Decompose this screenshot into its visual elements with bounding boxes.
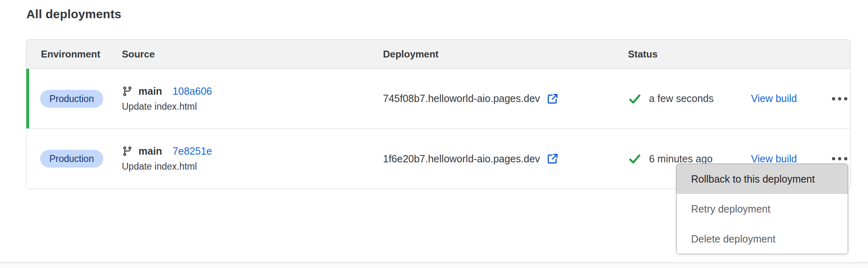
menu-item-rollback[interactable]: Rollback to this deployment xyxy=(677,164,848,194)
external-link-icon[interactable] xyxy=(547,93,559,105)
deployment-context-menu: Rollback to this deployment Retry deploy… xyxy=(676,164,848,254)
view-build-cell: View build xyxy=(751,93,828,104)
view-build-link[interactable]: View build xyxy=(751,153,797,164)
environment-cell: Production xyxy=(26,150,122,168)
view-build-link[interactable]: View build xyxy=(751,93,797,104)
column-header-status: Status xyxy=(628,49,850,60)
deployment-cell: 1f6e20b7.helloworld-aio.pages.dev xyxy=(383,153,628,165)
status-time: 6 minutes ago xyxy=(649,153,713,165)
section-divider xyxy=(0,262,868,268)
git-branch-icon xyxy=(122,146,133,157)
deployment-cell: 745f08b7.helloworld-aio.pages.dev xyxy=(383,93,628,105)
check-icon xyxy=(628,152,642,166)
view-build-cell: View build xyxy=(751,153,828,165)
environment-badge: Production xyxy=(40,90,103,108)
deployment-url: 1f6e20b7.helloworld-aio.pages.dev xyxy=(383,153,540,165)
deployment-url: 745f08b7.helloworld-aio.pages.dev xyxy=(383,93,540,104)
column-header-source: Source xyxy=(122,49,383,60)
status-time: a few seconds xyxy=(649,93,714,104)
page-title: All deployments xyxy=(26,7,121,21)
source-cell: main 7e8251e Update index.html xyxy=(122,145,383,172)
row-menu-cell xyxy=(828,91,851,106)
column-header-deployment: Deployment xyxy=(383,49,628,60)
commit-message: Update index.html xyxy=(122,101,383,112)
source-cell: main 108a606 Update index.html xyxy=(122,85,383,112)
check-icon xyxy=(628,92,642,106)
column-header-environment: Environment xyxy=(26,49,122,60)
environment-cell: Production xyxy=(26,90,122,108)
branch-name: main xyxy=(138,85,162,97)
commit-message: Update index.html xyxy=(122,161,383,172)
git-branch-icon xyxy=(122,86,133,97)
table-header-row: Environment Source Deployment Status xyxy=(26,40,850,69)
environment-badge: Production xyxy=(40,150,103,168)
current-deployment-indicator xyxy=(26,69,29,128)
commit-link[interactable]: 108a606 xyxy=(172,85,212,97)
menu-item-delete[interactable]: Delete deployment xyxy=(677,224,848,254)
external-link-icon[interactable] xyxy=(547,153,559,165)
ellipsis-menu-icon[interactable] xyxy=(828,91,851,106)
status-cell: a few seconds xyxy=(628,92,751,106)
commit-link[interactable]: 7e8251e xyxy=(172,145,212,157)
table-row: Production main 108a606 Update index.htm… xyxy=(26,69,850,129)
branch-name: main xyxy=(138,145,162,157)
deployments-page: All deployments Environment Source Deplo… xyxy=(0,0,868,268)
menu-item-retry[interactable]: Retry deployment xyxy=(677,194,848,224)
